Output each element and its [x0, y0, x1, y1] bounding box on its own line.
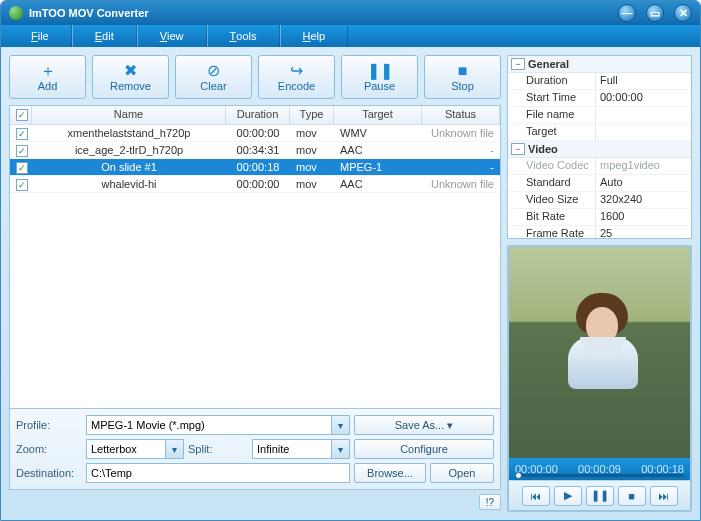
open-button[interactable]: Open [430, 463, 494, 483]
list-rows: ✓xmenthelaststand_h720p00:00:00movWMVUnk… [10, 125, 500, 408]
title-bar: ImTOO MOV Converter — ▭ ✕ [1, 1, 700, 25]
row-status: Unknown file [422, 177, 500, 191]
add-button[interactable]: ＋Add [9, 55, 86, 99]
next-button[interactable]: ⏭ [650, 486, 678, 506]
row-target: MPEG-1 [334, 160, 422, 174]
prop-row[interactable]: Video Size320x240 [508, 192, 691, 209]
pause-button[interactable]: ❚❚Pause [341, 55, 418, 99]
player-controls: ⏮ ▶ ❚❚ ■ ⏭ [509, 480, 690, 510]
row-duration: 00:00:00 [226, 177, 290, 191]
collapse-icon[interactable]: − [511, 143, 525, 155]
prop-row[interactable]: Target [508, 124, 691, 141]
row-status: Unknown file [422, 126, 500, 140]
menu-view[interactable]: View [137, 25, 207, 47]
window-controls: — ▭ ✕ [618, 4, 692, 22]
split-label: Split: [188, 443, 248, 455]
minimize-button[interactable]: — [618, 4, 636, 22]
table-row[interactable]: ✓On slide #100:00:18movMPEG-1- [10, 159, 500, 176]
collapse-icon[interactable]: − [511, 58, 525, 70]
row-checkbox[interactable]: ✓ [10, 126, 32, 141]
prop-row[interactable]: Video Codecmpeg1video [508, 158, 691, 175]
prop-row[interactable]: Frame Rate25 [508, 226, 691, 239]
plus-icon: ＋ [40, 62, 56, 80]
profile-combo[interactable]: MPEG-1 Movie (*.mpg)▾ [86, 415, 350, 435]
stop-icon: ■ [458, 62, 468, 80]
pause-icon: ❚❚ [367, 62, 393, 80]
help-button[interactable]: !? [479, 494, 501, 510]
split-combo[interactable]: Infinite▾ [252, 439, 350, 459]
bottom-form: Profile: MPEG-1 Movie (*.mpg)▾ Save As..… [9, 409, 501, 490]
right-pane: −GeneralDurationFullStart Time00:00:00Fi… [507, 55, 692, 512]
app-title: ImTOO MOV Converter [29, 7, 149, 19]
destination-input[interactable]: C:\Temp [86, 463, 350, 483]
clear-button[interactable]: ⊘Clear [175, 55, 252, 99]
prop-row[interactable]: Start Time00:00:00 [508, 90, 691, 107]
x-icon: ✖ [124, 62, 137, 80]
toolbar: ＋Add ✖Remove ⊘Clear ↪Encode ❚❚Pause ■Sto… [9, 55, 501, 99]
browse-button[interactable]: Browse... [354, 463, 426, 483]
menu-help[interactable]: Help [280, 25, 349, 47]
table-row[interactable]: ✓xmenthelaststand_h720p00:00:00movWMVUnk… [10, 125, 500, 142]
prev-button[interactable]: ⏮ [522, 486, 550, 506]
prop-group[interactable]: −General [508, 56, 691, 73]
configure-button[interactable]: Configure [354, 439, 494, 459]
row-name: ice_age_2-tlrD_h720p [32, 143, 226, 157]
header-type[interactable]: Type [290, 106, 334, 124]
row-name: xmenthelaststand_h720p [32, 126, 226, 140]
row-status: - [422, 160, 500, 174]
save-as-button[interactable]: Save As... ▾ [354, 415, 494, 435]
preview-image [509, 247, 690, 458]
list-header: ✓ Name Duration Type Target Status [10, 106, 500, 125]
maximize-button[interactable]: ▭ [646, 4, 664, 22]
stop-button[interactable]: ■Stop [424, 55, 501, 99]
prop-row[interactable]: Bit Rate1600 [508, 209, 691, 226]
properties-panel[interactable]: −GeneralDurationFullStart Time00:00:00Fi… [507, 55, 692, 239]
status-bar: !? [9, 494, 501, 512]
player-pause-button[interactable]: ❚❚ [586, 486, 614, 506]
zoom-combo[interactable]: Letterbox▾ [86, 439, 184, 459]
table-row[interactable]: ✓ice_age_2-tlrD_h720p00:34:31movAAC- [10, 142, 500, 159]
play-button[interactable]: ▶ [554, 486, 582, 506]
row-type: mov [290, 160, 334, 174]
prop-row[interactable]: File name [508, 107, 691, 124]
header-target[interactable]: Target [334, 106, 422, 124]
app-logo-icon [9, 6, 23, 20]
check-all[interactable]: ✓ [16, 109, 28, 121]
row-name: On slide #1 [32, 160, 226, 174]
header-duration[interactable]: Duration [226, 106, 290, 124]
menu-file[interactable]: File [9, 25, 72, 47]
prop-group[interactable]: −Video [508, 141, 691, 158]
row-checkbox[interactable]: ✓ [10, 160, 32, 175]
seek-handle[interactable] [515, 472, 522, 479]
menu-bar: File Edit View Tools Help [1, 25, 700, 47]
remove-button[interactable]: ✖Remove [92, 55, 169, 99]
row-checkbox[interactable]: ✓ [10, 143, 32, 158]
header-check[interactable]: ✓ [10, 106, 32, 124]
body: ＋Add ✖Remove ⊘Clear ↪Encode ❚❚Pause ■Sto… [1, 47, 700, 520]
menu-edit[interactable]: Edit [72, 25, 137, 47]
close-button[interactable]: ✕ [674, 4, 692, 22]
prop-row[interactable]: DurationFull [508, 73, 691, 90]
row-name: whalevid-hi [32, 177, 226, 191]
left-pane: ＋Add ✖Remove ⊘Clear ↪Encode ❚❚Pause ■Sto… [9, 55, 501, 512]
header-status[interactable]: Status [422, 106, 500, 124]
preview-panel: 00:00:00 00:00:09 00:00:18 ⏮ ▶ ❚❚ ■ ⏭ [507, 245, 692, 512]
row-checkbox[interactable]: ✓ [10, 177, 32, 192]
profile-label: Profile: [16, 419, 82, 431]
no-icon: ⊘ [207, 62, 220, 80]
row-target: AAC [334, 143, 422, 157]
table-row[interactable]: ✓whalevid-hi00:00:00movAACUnknown file [10, 176, 500, 193]
row-type: mov [290, 126, 334, 140]
time-bar[interactable]: 00:00:00 00:00:09 00:00:18 [509, 458, 690, 480]
destination-label: Destination: [16, 467, 82, 479]
prop-row[interactable]: StandardAuto [508, 175, 691, 192]
row-target: WMV [334, 126, 422, 140]
row-duration: 00:00:18 [226, 160, 290, 174]
menu-tools[interactable]: Tools [207, 25, 280, 47]
player-stop-button[interactable]: ■ [618, 486, 646, 506]
encode-button[interactable]: ↪Encode [258, 55, 335, 99]
row-target: AAC [334, 177, 422, 191]
header-name[interactable]: Name [32, 106, 226, 124]
row-duration: 00:34:31 [226, 143, 290, 157]
encode-icon: ↪ [290, 62, 303, 80]
